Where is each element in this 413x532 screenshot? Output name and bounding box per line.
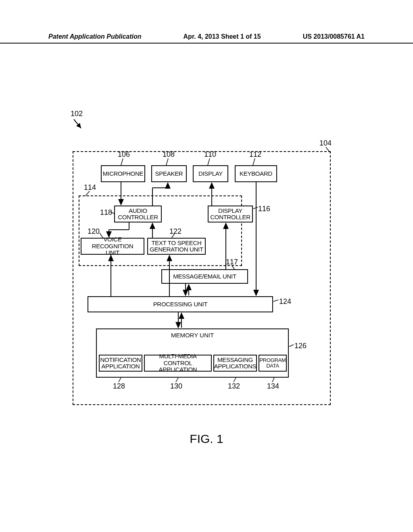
program-data-box: PROGRAM DATA	[259, 355, 287, 372]
mmca-box: MULTI-MEDIA CONTROL APPLICATION	[144, 355, 212, 372]
ref-108: 108	[163, 150, 175, 159]
header-right: US 2013/0085761 A1	[303, 33, 365, 40]
ref-122: 122	[169, 227, 181, 236]
header-center: Apr. 4, 2013 Sheet 1 of 15	[184, 33, 261, 40]
microphone-label: MICROPHONE	[103, 170, 143, 177]
header-left: Patent Application Publication	[48, 33, 142, 40]
ref-112: 112	[249, 150, 261, 159]
notification-app-box: NOTIFICATION APPLICATION	[99, 355, 142, 372]
memory-unit-label: MEMORY UNIT	[96, 332, 289, 339]
keyboard-label: KEYBOARD	[240, 170, 272, 177]
ref-134: 134	[267, 382, 279, 391]
voice-l2: UNIT	[106, 249, 119, 256]
processing-label: PROCESSING UNIT	[153, 301, 208, 308]
tts-l1: TEXT TO SPEECH	[151, 240, 201, 247]
page-header: Patent Application Publication Apr. 4, 2…	[0, 33, 413, 44]
display-box: DISPLAY	[193, 165, 228, 182]
msgemail-label: MESSAGE/EMAIL UNIT	[173, 273, 236, 280]
ref-126: 126	[294, 342, 307, 350]
speaker-label: SPEAKER	[155, 170, 183, 177]
message-email-box: MESSAGE/EMAIL UNIT	[161, 269, 248, 284]
voice-recognition-box: VOICE RECOGNITION UNIT	[81, 238, 144, 255]
msgapp-l1: MESSAGING	[217, 357, 253, 364]
audio-controller-box: AUDIO CONTROLLER	[114, 206, 162, 222]
ref-132: 132	[228, 382, 240, 391]
audio-ctl-l2: CONTROLLER	[118, 214, 158, 221]
processing-unit-box: PROCESSING UNIT	[88, 296, 273, 312]
prog-l1: PROGRAM	[259, 357, 286, 363]
ref-120: 120	[88, 227, 100, 236]
display-label: DISPLAY	[198, 170, 223, 177]
keyboard-box: KEYBOARD	[235, 165, 277, 182]
tts-l2: GENERATION UNIT	[150, 246, 203, 253]
disp-ctl-l2: CONTROLLER	[210, 214, 250, 221]
ref-130: 130	[170, 382, 182, 391]
ref-117: 117	[226, 258, 238, 266]
ref-106: 106	[118, 150, 130, 159]
ref-104: 104	[319, 139, 332, 148]
ref-110: 110	[204, 150, 216, 159]
ref-128: 128	[113, 382, 125, 391]
notif-l1: NOTIFICATION	[100, 357, 141, 364]
ref-114: 114	[84, 183, 96, 192]
microphone-box: MICROPHONE	[101, 165, 145, 182]
diagram-area: 104 MICROPHONE SPEAKER DISPLAY KEYBOARD …	[48, 109, 355, 427]
patent-page: Patent Application Publication Apr. 4, 2…	[0, 0, 413, 532]
figure-caption: FIG. 1	[0, 432, 413, 446]
speaker-box: SPEAKER	[151, 165, 187, 182]
ref-124: 124	[279, 297, 291, 306]
tts-box: TEXT TO SPEECH GENERATION UNIT	[147, 238, 206, 255]
prog-l2: DATA	[266, 363, 279, 369]
disp-ctl-l1: DISPLAY	[218, 208, 242, 214]
ref-118: 118	[100, 208, 112, 217]
notif-l2: APPLICATION	[102, 363, 140, 370]
display-controller-box: DISPLAY CONTROLLER	[208, 206, 253, 222]
audio-ctl-l1: AUDIO	[129, 208, 147, 214]
ref-116: 116	[258, 205, 270, 213]
messaging-apps-box: MESSAGING APPLICATIONS	[213, 355, 257, 372]
voice-l1: VOICE RECOGNITION	[82, 236, 143, 249]
mmca-l1: MULTI-MEDIA	[159, 353, 196, 360]
mmca-l2: CONTROL APPLICATION	[146, 360, 210, 373]
msgapp-l2: APPLICATIONS	[214, 363, 256, 370]
